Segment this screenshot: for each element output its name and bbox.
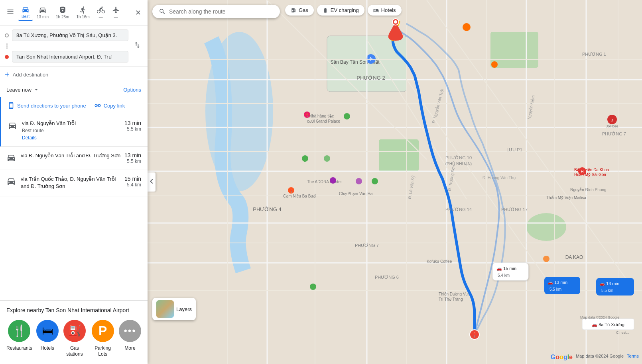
transport-mode-transit[interactable]: 1h 25m: [53, 4, 72, 21]
route-car-icon-1: [8, 121, 17, 130]
transport-modes: Best 13 min 1h 25m 1h 16m —: [18, 4, 131, 21]
svg-text:🚗 8a Tú Xương: 🚗 8a Tú Xương: [592, 322, 624, 327]
route-item-2[interactable]: via Đ. Nguyễn Văn Trỗi and Đ. Trường Sơn…: [0, 147, 148, 170]
waypoint-connector: [5, 43, 9, 49]
route-details-link-1[interactable]: Details: [22, 135, 124, 141]
svg-text:5.5 km: 5.5 km: [549, 287, 561, 292]
parking-label: Parking Lots: [91, 345, 115, 358]
explore-item-more[interactable]: ••• More: [119, 320, 141, 358]
explore-section: Explore nearby Tan Son Nhat Internationa…: [0, 300, 148, 364]
mode-transit-label: 1h 25m: [56, 15, 69, 19]
transport-mode-bike[interactable]: —: [94, 4, 108, 21]
origin-input[interactable]: [12, 29, 128, 41]
route-info-3: via Trần Quốc Thảo, Đ. Nguyễn Văn Trỗi a…: [21, 176, 124, 190]
map-data-text: Map data ©2024 Google: [576, 354, 624, 361]
explore-item-restaurants[interactable]: 🍴 Restaurants: [6, 320, 32, 358]
menu-icon[interactable]: [5, 6, 16, 19]
route-time-1: 13 min: [124, 120, 141, 126]
route-name-2: via Đ. Nguyễn Văn Trỗi and Đ. Trường Sơn: [21, 152, 124, 159]
route-item-1[interactable]: via Đ. Nguyễn Văn Trỗi Best route Detail…: [0, 114, 148, 147]
svg-point-77: [372, 178, 378, 184]
svg-text:PHƯỜNG 14: PHƯỜNG 14: [445, 207, 472, 212]
svg-text:J: J: [611, 118, 613, 122]
add-destination-icon: +: [5, 70, 10, 79]
transport-mode-car[interactable]: 13 min: [33, 4, 52, 21]
mode-13min-label: 13 min: [37, 15, 49, 19]
filter-chips: Gas EV charging Hotels: [285, 5, 402, 16]
transport-mode-walk[interactable]: 1h 16m: [73, 4, 93, 21]
gas-filter-chip[interactable]: Gas: [285, 5, 314, 16]
svg-point-75: [302, 155, 308, 162]
svg-text:PHƯỜNG 10: PHƯỜNG 10: [445, 155, 472, 160]
options-button[interactable]: Options: [123, 87, 141, 93]
svg-point-74: [344, 113, 350, 119]
route-time-3: 15 min: [124, 176, 141, 182]
parking-icon-circle: P: [92, 320, 114, 342]
route-time-dist-3: 15 min 5.4 km: [124, 176, 141, 188]
svg-text:PHƯỜNG 17: PHƯỜNG 17: [501, 207, 528, 212]
more-label: More: [124, 345, 135, 352]
svg-rect-2: [379, 139, 419, 171]
layers-button[interactable]: Layers: [152, 298, 196, 320]
route-dist-3: 5.4 km: [124, 182, 141, 188]
hotels-filter-chip[interactable]: Hotels: [368, 5, 402, 16]
ev-filter-icon: [323, 8, 328, 13]
collapse-panel-button[interactable]: [148, 172, 156, 192]
route-item-3[interactable]: via Trần Quốc Thảo, Đ. Nguyễn Văn Trỗi a…: [0, 170, 148, 196]
svg-text:📍: 📍: [289, 189, 294, 194]
explore-item-parking[interactable]: P Parking Lots: [91, 320, 115, 358]
hotels-label: Hotels: [41, 345, 54, 352]
map-search-input[interactable]: [169, 8, 274, 15]
svg-text:5.4 km: 5.4 km: [498, 273, 510, 278]
restaurants-label: Restaurants: [6, 345, 32, 352]
terms-link[interactable]: Terms: [627, 354, 639, 361]
close-button[interactable]: ✕: [134, 7, 143, 19]
explore-item-hotels[interactable]: 🛏 Hotels: [36, 320, 59, 358]
route-name-3: via Trần Quốc Thảo, Đ. Nguyễn Văn Trỗi a…: [21, 176, 124, 190]
copy-link-button[interactable]: Copy link: [94, 102, 125, 109]
svg-text:Cinest...: Cinest...: [616, 331, 629, 335]
svg-text:Map data ©2024 Google: Map data ©2024 Google: [580, 315, 619, 319]
route-car-icon-2: [6, 153, 16, 162]
svg-text:🚗 13 min: 🚗 13 min: [599, 281, 619, 286]
destination-input[interactable]: [12, 51, 128, 63]
svg-text:(PHÚ NHUẬN): (PHÚ NHUẬN): [445, 161, 472, 166]
svg-point-76: [324, 155, 330, 162]
svg-text:🚗 13 min: 🚗 13 min: [547, 280, 567, 285]
copy-link-label: Copy link: [104, 103, 125, 109]
gas-icon: ⛽: [68, 324, 82, 337]
connector-row: [5, 43, 128, 49]
svg-text:Chợ Phạm Văn Hai: Chợ Phạm Văn Hai: [339, 192, 373, 196]
send-directions-button[interactable]: Send directions to your phone: [8, 102, 86, 109]
swap-button[interactable]: [132, 39, 143, 53]
svg-text:Nhà hàng tiệc: Nhà hàng tiệc: [309, 114, 334, 118]
waypoints: [5, 29, 128, 63]
origin-row: [5, 29, 128, 41]
route-dist-2: 5.5 km: [124, 159, 141, 164]
more-icon: •••: [124, 325, 136, 337]
ev-filter-chip[interactable]: EV charging: [317, 5, 364, 16]
restaurants-icon-circle: 🍴: [8, 320, 30, 342]
leave-now-label: Leave now: [6, 87, 32, 93]
hotels-icon: 🛏: [42, 324, 53, 337]
explore-item-gas[interactable]: ⛽ Gas stations: [63, 320, 87, 358]
map-svg: Sân Bay Tân Sơn Nhất ✈: [148, 0, 642, 364]
leave-now-button[interactable]: Leave now: [6, 86, 39, 93]
svg-text:Cơm Niêu Ba Buổi: Cơm Niêu Ba Buổi: [283, 194, 316, 198]
mode-bike-label: —: [99, 15, 103, 19]
restaurants-icon: 🍴: [12, 324, 26, 337]
route-options-bar: Leave now Options: [0, 82, 148, 97]
more-icon-circle: •••: [119, 320, 141, 342]
route-info-2: via Đ. Nguyễn Văn Trỗi and Đ. Trường Sơn: [21, 152, 124, 159]
transport-mode-flight[interactable]: —: [109, 4, 123, 21]
mode-best-label: Best: [22, 14, 30, 19]
route-info-1: via Đ. Nguyễn Văn Trỗi Best route Detail…: [22, 120, 124, 141]
hotels-icon-circle: 🛏: [36, 320, 59, 342]
transport-mode-car-best[interactable]: Best: [18, 4, 33, 21]
svg-text:cưới Grand Palace: cưới Grand Palace: [307, 119, 341, 123]
route-car-icon-3: [6, 176, 16, 186]
gas-stations-label: Gas stations: [63, 345, 87, 358]
add-destination-row[interactable]: + Add destination: [0, 67, 148, 82]
explore-icons: 🍴 Restaurants 🛏 Hotels ⛽ Gas stations P: [6, 320, 141, 358]
svg-text:PHƯỜNG 6: PHƯỜNG 6: [375, 275, 399, 280]
